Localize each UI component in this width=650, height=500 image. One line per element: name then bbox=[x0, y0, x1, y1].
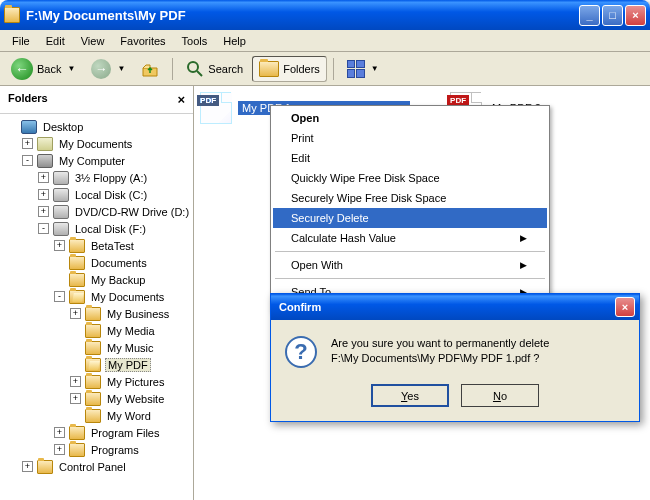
tree-item-label: Documents bbox=[89, 257, 149, 269]
tree-item-label: Desktop bbox=[41, 121, 85, 133]
folder-icon bbox=[69, 426, 85, 440]
expand-icon[interactable]: + bbox=[70, 308, 81, 319]
back-button[interactable]: ← Back ▼ bbox=[4, 53, 82, 85]
context-menu-label: Edit bbox=[291, 152, 310, 164]
menu-view[interactable]: View bbox=[73, 33, 113, 49]
tree-item[interactable]: +3½ Floppy (A:) bbox=[2, 169, 191, 186]
window-title: F:\My Documents\My PDF bbox=[26, 8, 579, 23]
context-menu: OpenPrintEditQuickly Wipe Free Disk Spac… bbox=[270, 105, 550, 312]
tree-item[interactable]: +DVD/CD-RW Drive (D:) bbox=[2, 203, 191, 220]
tree-item[interactable]: +My Documents bbox=[2, 135, 191, 152]
tree-item[interactable]: -My Documents bbox=[2, 288, 191, 305]
search-icon bbox=[186, 60, 204, 78]
menu-tools[interactable]: Tools bbox=[174, 33, 216, 49]
collapse-icon[interactable]: - bbox=[22, 155, 33, 166]
collapse-icon[interactable]: - bbox=[38, 223, 49, 234]
search-label: Search bbox=[208, 63, 243, 75]
expand-icon[interactable]: + bbox=[54, 427, 65, 438]
back-icon: ← bbox=[11, 58, 33, 80]
tree-item[interactable]: +My Pictures bbox=[2, 373, 191, 390]
menu-file[interactable]: File bbox=[4, 33, 38, 49]
folder-icon bbox=[85, 409, 101, 423]
back-label: Back bbox=[37, 63, 61, 75]
context-menu-label: Quickly Wipe Free Disk Space bbox=[291, 172, 440, 184]
context-menu-item[interactable]: Quickly Wipe Free Disk Space bbox=[273, 168, 547, 188]
dialog-buttons: Yes No bbox=[271, 378, 639, 421]
context-menu-item[interactable]: Securely Wipe Free Disk Space bbox=[273, 188, 547, 208]
tree-item-label: Local Disk (C:) bbox=[73, 189, 149, 201]
dialog-close-button[interactable]: × bbox=[615, 297, 635, 317]
chevron-down-icon: ▼ bbox=[67, 64, 75, 73]
tree-item[interactable]: -My Computer bbox=[2, 152, 191, 169]
dialog-titlebar: Confirm × bbox=[271, 294, 639, 320]
tree-item[interactable]: My Word bbox=[2, 407, 191, 424]
collapse-icon[interactable]: - bbox=[54, 291, 65, 302]
expand-icon[interactable]: + bbox=[38, 206, 49, 217]
tree-item[interactable]: My Music bbox=[2, 339, 191, 356]
tree-item[interactable]: -Local Disk (F:) bbox=[2, 220, 191, 237]
tree-item[interactable]: Desktop bbox=[2, 118, 191, 135]
folders-button[interactable]: Folders bbox=[252, 56, 327, 82]
docs-icon bbox=[37, 137, 53, 151]
tree-item[interactable]: My Backup bbox=[2, 271, 191, 288]
tree-item[interactable]: +My Website bbox=[2, 390, 191, 407]
folders-icon bbox=[259, 61, 279, 77]
submenu-arrow-icon: ▶ bbox=[520, 260, 527, 270]
submenu-arrow-icon: ▶ bbox=[520, 233, 527, 243]
pdf-icon bbox=[200, 92, 232, 124]
views-button[interactable]: ▼ bbox=[340, 55, 386, 83]
context-menu-item[interactable]: Open bbox=[273, 108, 547, 128]
context-menu-label: Calculate Hash Value bbox=[291, 232, 396, 244]
expand-icon[interactable]: + bbox=[70, 376, 81, 387]
tree-item[interactable]: +Control Panel bbox=[2, 458, 191, 475]
search-button[interactable]: Search bbox=[179, 55, 250, 83]
tree-item[interactable]: +My Business bbox=[2, 305, 191, 322]
context-menu-item[interactable]: Edit bbox=[273, 148, 547, 168]
expand-icon[interactable]: + bbox=[54, 240, 65, 251]
context-menu-item[interactable]: Open With▶ bbox=[273, 255, 547, 275]
chevron-down-icon: ▼ bbox=[117, 64, 125, 73]
yes-button[interactable]: Yes bbox=[371, 384, 449, 407]
expand-icon[interactable]: + bbox=[38, 172, 49, 183]
folders-pane-close[interactable]: × bbox=[177, 92, 185, 107]
close-button[interactable]: × bbox=[625, 5, 646, 26]
expand-icon[interactable]: + bbox=[38, 189, 49, 200]
drive-icon bbox=[53, 188, 69, 202]
folder-tree[interactable]: Desktop+My Documents-My Computer+3½ Flop… bbox=[0, 114, 193, 500]
titlebar: F:\My Documents\My PDF _ □ × bbox=[0, 0, 650, 30]
tree-item[interactable]: +Local Disk (C:) bbox=[2, 186, 191, 203]
tree-item[interactable]: My PDF bbox=[2, 356, 191, 373]
context-menu-label: Open With bbox=[291, 259, 343, 271]
desktop-icon bbox=[21, 120, 37, 134]
dialog-message: Are you sure you want to permanently del… bbox=[331, 336, 549, 368]
dialog-message-line2: F:\My Documents\My PDF\My PDF 1.pdf ? bbox=[331, 351, 549, 366]
up-button[interactable] bbox=[134, 55, 166, 83]
expand-icon[interactable]: + bbox=[70, 393, 81, 404]
context-menu-item[interactable]: Securely Delete bbox=[273, 208, 547, 228]
menu-separator bbox=[275, 278, 545, 279]
menubar: FileEditViewFavoritesToolsHelp bbox=[0, 30, 650, 52]
tree-item-label: My Documents bbox=[89, 291, 166, 303]
maximize-button[interactable]: □ bbox=[602, 5, 623, 26]
tree-item[interactable]: My Media bbox=[2, 322, 191, 339]
context-menu-item[interactable]: Print bbox=[273, 128, 547, 148]
tree-item-label: My Computer bbox=[57, 155, 127, 167]
context-menu-label: Open bbox=[291, 112, 319, 124]
tree-item[interactable]: Documents bbox=[2, 254, 191, 271]
context-menu-item[interactable]: Calculate Hash Value▶ bbox=[273, 228, 547, 248]
menu-edit[interactable]: Edit bbox=[38, 33, 73, 49]
menu-favorites[interactable]: Favorites bbox=[112, 33, 173, 49]
tree-item[interactable]: +BetaTest bbox=[2, 237, 191, 254]
menu-help[interactable]: Help bbox=[215, 33, 254, 49]
folders-pane-title: Folders bbox=[8, 92, 48, 107]
tree-item[interactable]: +Programs bbox=[2, 441, 191, 458]
expand-icon[interactable]: + bbox=[22, 138, 33, 149]
tree-item-label: Local Disk (F:) bbox=[73, 223, 148, 235]
tree-item[interactable]: +Program Files bbox=[2, 424, 191, 441]
forward-button[interactable]: → ▼ bbox=[84, 54, 132, 84]
expand-icon[interactable]: + bbox=[22, 461, 33, 472]
minimize-button[interactable]: _ bbox=[579, 5, 600, 26]
no-button[interactable]: No bbox=[461, 384, 539, 407]
expand-icon[interactable]: + bbox=[54, 444, 65, 455]
folder-icon bbox=[69, 273, 85, 287]
